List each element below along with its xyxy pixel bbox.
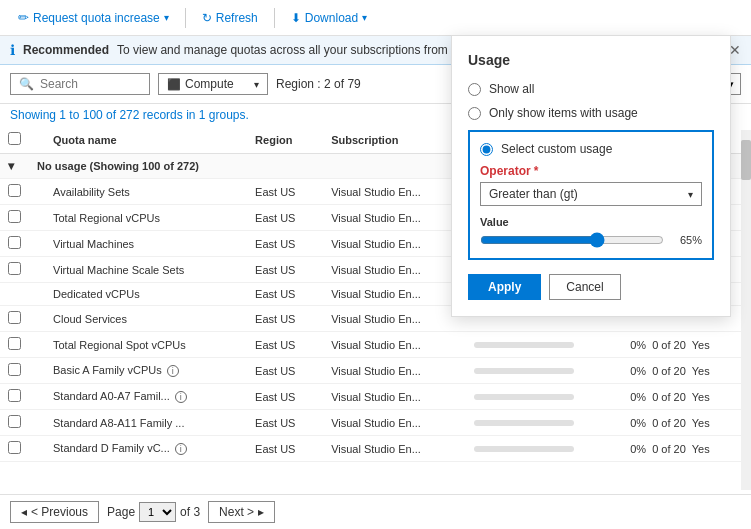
row-region: East US xyxy=(247,257,323,283)
region-label: Region : 2 of 79 xyxy=(276,77,361,91)
request-chevron-icon: ▾ xyxy=(164,12,169,23)
request-quota-button[interactable]: ✏ Request quota increase ▾ xyxy=(10,6,177,29)
next-label: Next > xyxy=(219,505,254,519)
search-box[interactable]: 🔍 xyxy=(10,73,150,95)
slider-value: 65% xyxy=(672,234,702,246)
row-indent xyxy=(29,306,45,332)
next-button[interactable]: Next > ▸ xyxy=(208,501,275,523)
table-row: Standard D Family vC... i East US Visual… xyxy=(0,436,751,462)
show-all-option[interactable]: Show all xyxy=(468,82,714,96)
row-checkbox[interactable] xyxy=(8,184,21,197)
download-button[interactable]: ⬇ Download ▾ xyxy=(283,7,375,29)
showing-text: Showing 1 to 100 of xyxy=(10,108,119,122)
usage-panel: Usage Show all Only show items with usag… xyxy=(451,35,731,317)
row-region: East US xyxy=(247,410,323,436)
scrollbar-track[interactable] xyxy=(741,130,751,490)
row-subscription: Visual Studio En... xyxy=(323,384,466,410)
info-icon[interactable]: i xyxy=(167,365,179,377)
row-subscription: Visual Studio En... xyxy=(323,257,466,283)
row-pct: 0% 0 of 20 Yes xyxy=(622,358,751,384)
request-quota-label: Request quota increase xyxy=(33,11,160,25)
row-checkbox-cell xyxy=(0,358,29,384)
row-quota-name: Total Regional Spot vCPUs xyxy=(45,332,247,358)
compute-dropdown[interactable]: ⬛ Compute ▾ xyxy=(158,73,268,95)
top-toolbar: ✏ Request quota increase ▾ ↻ Refresh ⬇ D… xyxy=(0,0,751,36)
table-row: Standard A8-A11 Family ... East US Visua… xyxy=(0,410,751,436)
row-indent xyxy=(29,283,45,306)
row-subscription: Visual Studio En... xyxy=(323,306,466,332)
info-icon[interactable]: i xyxy=(175,443,187,455)
row-indent xyxy=(29,436,45,462)
total-records: 272 records xyxy=(119,108,182,122)
select-custom-option[interactable]: Select custom usage xyxy=(480,142,702,156)
search-input[interactable] xyxy=(40,77,141,91)
refresh-icon: ↻ xyxy=(202,11,212,25)
row-checkbox[interactable] xyxy=(8,311,21,324)
table-row: Standard A0-A7 Famil... i East US Visual… xyxy=(0,384,751,410)
show-all-radio[interactable] xyxy=(468,83,481,96)
info-icon[interactable]: i xyxy=(175,391,187,403)
only-show-label: Only show items with usage xyxy=(489,106,638,120)
refresh-label: Refresh xyxy=(216,11,258,25)
apply-button[interactable]: Apply xyxy=(468,274,541,300)
row-region: East US xyxy=(247,179,323,205)
table-row: Total Regional Spot vCPUs East US Visual… xyxy=(0,332,751,358)
chevron-down-icon: ▾ xyxy=(688,189,693,200)
previous-button[interactable]: ◂ < Previous xyxy=(10,501,99,523)
row-pct: 0% 0 of 20 Yes xyxy=(622,332,751,358)
row-quota-name: Total Regional vCPUs xyxy=(45,205,247,231)
col-expand xyxy=(29,126,45,154)
usage-panel-title: Usage xyxy=(468,52,714,68)
page-label: Page xyxy=(107,505,135,519)
refresh-button[interactable]: ↻ Refresh xyxy=(194,7,266,29)
row-subscription: Visual Studio En... xyxy=(323,283,466,306)
scrollbar-thumb[interactable] xyxy=(741,140,751,180)
page-select: Page 1 2 3 of 3 xyxy=(107,502,200,522)
cancel-button[interactable]: Cancel xyxy=(549,274,620,300)
row-subscription: Visual Studio En... xyxy=(323,179,466,205)
select-all-checkbox[interactable] xyxy=(8,132,21,145)
row-pct: 0% 0 of 20 Yes xyxy=(622,410,751,436)
row-checkbox-cell xyxy=(0,283,29,306)
usage-slider[interactable] xyxy=(480,232,664,248)
select-custom-radio[interactable] xyxy=(480,143,493,156)
operator-value: Greater than (gt) xyxy=(489,187,578,201)
row-bar xyxy=(466,410,622,436)
only-show-radio[interactable] xyxy=(468,107,481,120)
row-checkbox[interactable] xyxy=(8,337,21,350)
row-checkbox[interactable] xyxy=(8,262,21,275)
row-checkbox[interactable] xyxy=(8,210,21,223)
row-quota-name: Dedicated vCPUs xyxy=(45,283,247,306)
only-show-option[interactable]: Only show items with usage xyxy=(468,106,714,120)
row-quota-name: Virtual Machines xyxy=(45,231,247,257)
row-region: East US xyxy=(247,231,323,257)
row-region: East US xyxy=(247,332,323,358)
download-label: Download xyxy=(305,11,358,25)
row-indent xyxy=(29,231,45,257)
previous-label: < Previous xyxy=(31,505,88,519)
row-bar xyxy=(466,436,622,462)
col-region[interactable]: Region xyxy=(247,126,323,154)
row-checkbox-cell xyxy=(0,384,29,410)
col-subscription[interactable]: Subscription xyxy=(323,126,466,154)
row-pct: 0% 0 of 20 Yes xyxy=(622,384,751,410)
page-number-select[interactable]: 1 2 3 xyxy=(139,502,176,522)
compute-label: Compute xyxy=(185,77,234,91)
row-checkbox[interactable] xyxy=(8,389,21,402)
row-checkbox[interactable] xyxy=(8,236,21,249)
row-subscription: Visual Studio En... xyxy=(323,436,466,462)
value-label: Value xyxy=(480,216,702,228)
search-icon: 🔍 xyxy=(19,77,34,91)
download-icon: ⬇ xyxy=(291,11,301,25)
row-checkbox[interactable] xyxy=(8,441,21,454)
row-checkbox-cell xyxy=(0,205,29,231)
row-quota-name: Basic A Family vCPUs i xyxy=(45,358,247,384)
row-indent xyxy=(29,257,45,283)
row-region: East US xyxy=(247,306,323,332)
table-row: Basic A Family vCPUs i East US Visual St… xyxy=(0,358,751,384)
row-checkbox[interactable] xyxy=(8,363,21,376)
col-quota-name[interactable]: Quota name xyxy=(45,126,247,154)
row-quota-name: Cloud Services xyxy=(45,306,247,332)
operator-dropdown[interactable]: Greater than (gt) ▾ xyxy=(480,182,702,206)
row-checkbox[interactable] xyxy=(8,415,21,428)
